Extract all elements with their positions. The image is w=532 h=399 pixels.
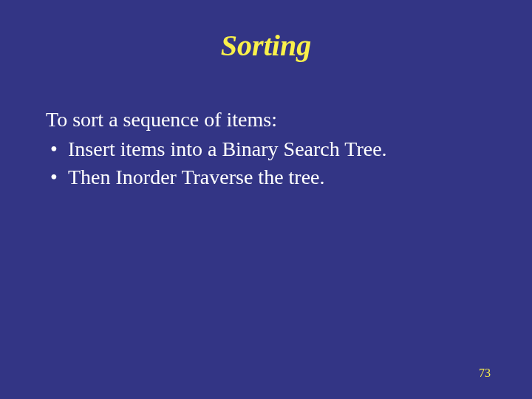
bullet-list: Insert items into a Binary Search Tree. … [46, 135, 504, 191]
slide-title: Sorting [0, 0, 532, 63]
list-item-text: Then Inorder Traverse the tree. [68, 166, 325, 188]
list-item: Insert items into a Binary Search Tree. [46, 135, 504, 163]
list-item-text: Insert items into a Binary Search Tree. [68, 137, 387, 160]
slide: Sorting To sort a sequence of items: Ins… [0, 0, 532, 399]
slide-body: To sort a sequence of items: Insert item… [0, 63, 504, 191]
page-number: 73 [479, 366, 491, 380]
list-item: Then Inorder Traverse the tree. [46, 163, 504, 191]
lead-text: To sort a sequence of items: [46, 106, 504, 134]
